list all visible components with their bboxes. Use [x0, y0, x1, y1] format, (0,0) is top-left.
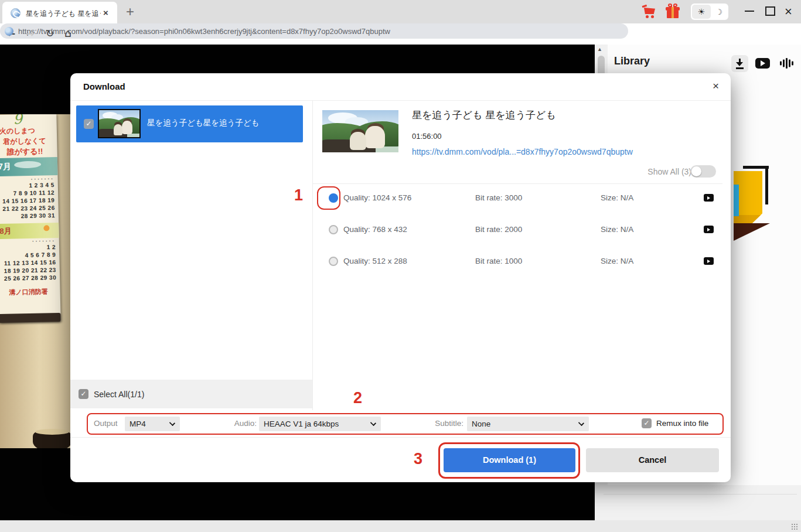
calendar-week-row: 7 8 9 10 11 12	[0, 189, 58, 197]
calendar-slogan: 誰がする!!	[6, 146, 43, 157]
status-bar	[0, 520, 801, 532]
calendar: 9 火のしまつ 君がしなくて 誰がする!! 7月 • • • • • • • 1…	[0, 114, 61, 322]
home-button[interactable]: ⌂	[64, 26, 71, 39]
gift-ribbon	[672, 7, 674, 18]
browser-tab[interactable]: 星を追う子ども 星を追う ×	[2, 2, 117, 23]
calendar-month-label: 8月	[0, 226, 12, 237]
library-video-tab[interactable]	[755, 58, 770, 69]
quality-radio[interactable]	[329, 225, 338, 234]
calendar-week-row: 1 2	[1, 244, 59, 251]
calendar-week-row: 21 22 23 24 25 26	[0, 204, 59, 212]
calendar-week-row: 1 2 3 4 5	[0, 182, 58, 189]
calendar-slogan: 火のしまつ	[0, 126, 35, 137]
window-maximize-button[interactable]	[765, 6, 775, 16]
annotation-box-output-bar	[87, 413, 724, 435]
calendar-week-row: 25 26 27 28 29 30	[1, 274, 60, 282]
tab-close-icon[interactable]: ×	[103, 8, 108, 18]
illustration-tip	[734, 223, 770, 241]
cart-wheel	[646, 15, 649, 18]
library-title: Library	[614, 55, 650, 67]
video-frame: 9 火のしまつ 君がしなくて 誰がする!! 7月 • • • • • • • 1…	[0, 114, 71, 448]
resize-grip-icon[interactable]	[791, 523, 798, 530]
video-duration: 01:56:00	[412, 132, 442, 141]
pot-top	[35, 429, 69, 435]
empty-library-illustration	[724, 165, 771, 288]
video-title: 星を追う子ども 星を追う子ども	[412, 108, 556, 122]
illustration-stripe	[734, 185, 739, 216]
library-audio-tab[interactable]	[780, 58, 794, 69]
calendar-week-row: 28 29 30 31	[0, 212, 59, 220]
item-thumbnail	[98, 109, 141, 138]
forward-button[interactable]: →	[26, 28, 34, 39]
show-all-toggle[interactable]	[690, 165, 716, 178]
video-url-link[interactable]: https://tv.dmm.com/vod/pla...=d8x7fhyy7o…	[412, 147, 633, 156]
cancel-button[interactable]: Cancel	[586, 448, 719, 472]
dark-mode-icon[interactable]: ☽	[711, 8, 727, 16]
calendar-day-header: • • • • • • •	[0, 177, 58, 182]
quality-label[interactable]: Quality: 512 x 288	[343, 257, 407, 265]
annotation-step-2: 2	[353, 389, 362, 407]
download-icon-arrowhead	[736, 62, 743, 66]
cart-wheel	[651, 15, 654, 18]
url-bar[interactable]: https://tv.dmm.com/vod/playback/?season=…	[0, 23, 628, 39]
url-text[interactable]: https://tv.dmm.com/vod/playback/?season=…	[18, 27, 390, 36]
cart-icon[interactable]	[642, 5, 657, 18]
calendar-week-row: 14 15 16 17 18 19	[0, 197, 58, 204]
gift-icon[interactable]	[666, 4, 680, 19]
navigation-bar: ← → ↻ ⌂ https://tv.dmm.com/vod/playback/…	[0, 23, 801, 45]
select-all-checkbox[interactable]: ✓	[79, 389, 88, 399]
quality-radio[interactable]	[329, 257, 338, 266]
calendar-day-header: • • • • • • •	[1, 239, 59, 244]
toggle-knob	[691, 166, 701, 176]
play-preview-icon[interactable]	[704, 257, 714, 265]
show-all-label: Show All (3)	[621, 167, 691, 176]
size-label: Size: N/A	[601, 225, 633, 234]
download-icon-base	[736, 67, 744, 69]
quality-label[interactable]: Quality: 1024 x 576	[343, 193, 411, 202]
calendar-script-number: 9	[13, 114, 22, 127]
illustration-bracket	[765, 166, 768, 204]
bitrate-label: Bit rate: 1000	[475, 257, 522, 265]
calendar-rod	[0, 313, 61, 323]
pot	[33, 429, 71, 448]
dialog-close-icon[interactable]: ×	[713, 80, 719, 93]
window-close-button[interactable]: ×	[785, 4, 792, 19]
annotation-circle-radio	[317, 186, 340, 210]
select-all-bar: ✓ Select All(1/1)	[70, 380, 312, 408]
quality-list-divider	[312, 183, 722, 184]
tab-title: 星を追う子ども 星を追う	[26, 9, 101, 19]
cart-body	[644, 8, 655, 14]
item-checkbox[interactable]: ✓	[84, 119, 94, 129]
annotation-box-download-button	[438, 442, 580, 479]
window-minimize-button[interactable]	[745, 11, 754, 12]
select-all-label[interactable]: Select All(1/1)	[94, 390, 144, 399]
site-favicon-icon	[11, 8, 21, 18]
new-tab-button[interactable]: +	[126, 4, 134, 20]
size-label: Size: N/A	[601, 257, 633, 265]
theme-toggle[interactable]: ☀ ☽	[691, 4, 728, 20]
sidebar-footer	[595, 485, 801, 520]
library-downloads-tab[interactable]	[731, 55, 748, 72]
refresh-button[interactable]: ↻	[46, 28, 54, 39]
calendar-week-row: 4 5 6 7 8 9	[1, 251, 59, 259]
dialog-header-divider	[70, 100, 731, 101]
annotation-step-3: 3	[414, 450, 422, 468]
url-favicon-icon	[5, 27, 13, 36]
calendar-footer-text: 溝ノ口消防署	[0, 287, 58, 297]
sidebar-divider	[604, 494, 797, 495]
calendar-slogan: 君がしなくて	[3, 136, 46, 147]
quality-label[interactable]: Quality: 768 x 432	[343, 225, 407, 234]
light-mode-icon[interactable]: ☀	[692, 5, 711, 19]
item-title: 星を追う子ども星を追う子ども	[147, 118, 299, 128]
video-thumbnail	[322, 110, 398, 152]
calendar-week-row: 18 19 20 21 22 23	[1, 267, 60, 274]
footer-divider	[70, 437, 731, 438]
bitrate-label: Bit rate: 3000	[475, 193, 522, 202]
scroll-up-icon[interactable]: ▲	[597, 46, 602, 52]
play-preview-icon[interactable]	[704, 194, 714, 202]
play-preview-icon[interactable]	[704, 226, 714, 233]
calendar-month-label: 7月	[0, 162, 11, 172]
annotation-step-1: 1	[294, 186, 303, 204]
calendar-week-row: 11 12 13 14 15 16	[1, 259, 59, 267]
video-list-item[interactable]: ✓ 星を追う子ども星を追う子ども	[76, 105, 303, 142]
